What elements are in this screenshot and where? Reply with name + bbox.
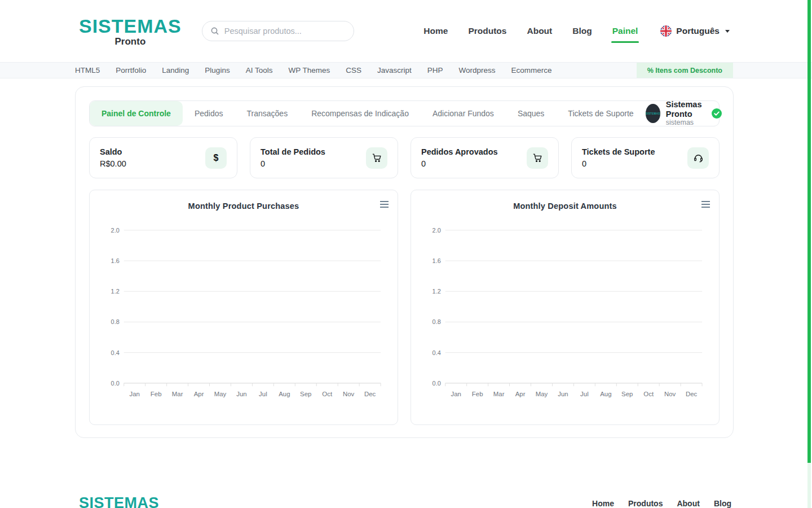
tab-saques[interactable]: Saques <box>506 101 556 126</box>
tab-recompensas-de-indica-o[interactable]: Recompensas de Indicação <box>299 101 421 126</box>
site-footer: SISTEMAS HomeProdutosAboutBlog <box>0 494 812 508</box>
nav-link-about[interactable]: About <box>527 26 552 36</box>
user-name: Sistemas Pronto <box>666 100 706 119</box>
svg-text:Aug: Aug <box>600 391 611 397</box>
stat-card-total-de-pedidos: Total de Pedidos0 <box>250 137 398 178</box>
svg-text:0.4: 0.4 <box>111 349 120 356</box>
tab-adicionar-fundos[interactable]: Adicionar Fundos <box>421 101 506 126</box>
svg-text:Sep: Sep <box>300 391 311 397</box>
svg-text:Nov: Nov <box>343 391 355 397</box>
svg-text:Jul: Jul <box>259 391 267 397</box>
svg-text:0.0: 0.0 <box>111 380 120 387</box>
chart-card-monthly-product-purchases: Monthly Product Purchases0.00.40.81.21.6… <box>89 190 398 425</box>
dashboard-tabbar: Painel de ControlePedidosTransaçõesRecom… <box>89 100 720 126</box>
svg-text:2.0: 2.0 <box>111 227 120 234</box>
scrollbar-thumb[interactable] <box>807 0 811 463</box>
site-header: SISTEMAS Pronto HomeProdutosAboutBlogPai… <box>0 0 812 62</box>
svg-text:Jun: Jun <box>558 391 568 397</box>
language-switcher[interactable]: Português <box>660 25 730 37</box>
svg-text:0.8: 0.8 <box>433 318 441 325</box>
category-link-plugins[interactable]: Plugins <box>205 66 230 75</box>
nav-link-home[interactable]: Home <box>423 26 448 36</box>
dollar-icon: $ <box>205 147 227 169</box>
svg-text:May: May <box>214 391 227 397</box>
chart-title: Monthly Product Purchases <box>99 202 389 211</box>
main-content: Painel de ControlePedidosTransaçõesRecom… <box>0 86 812 438</box>
tab-tickets-de-suporte[interactable]: Tickets de Suporte <box>556 101 645 126</box>
stat-label: Tickets de Suporte <box>582 147 655 156</box>
stat-value: R$0.00 <box>100 159 126 168</box>
stat-card-tickets-de-suporte: Tickets de Suporte0 <box>571 137 720 178</box>
svg-text:0.4: 0.4 <box>433 349 441 356</box>
stat-label: Saldo <box>100 147 126 156</box>
footer-link-home[interactable]: Home <box>592 499 614 508</box>
svg-text:1.2: 1.2 <box>433 288 441 295</box>
category-link-javascript[interactable]: Javascript <box>377 66 412 75</box>
svg-text:Sep: Sep <box>621 391 633 397</box>
tab-pedidos[interactable]: Pedidos <box>183 101 235 126</box>
charts-row: Monthly Product Purchases0.00.40.81.21.6… <box>89 190 720 425</box>
category-link-ai-tools[interactable]: AI Tools <box>246 66 273 75</box>
svg-text:Aug: Aug <box>279 391 290 397</box>
svg-text:Jun: Jun <box>236 391 246 397</box>
category-nav: HTML5PorrtfolioLandingPluginsAI ToolsWP … <box>0 62 812 78</box>
svg-text:1.2: 1.2 <box>111 288 120 295</box>
nav-link-blog[interactable]: Blog <box>572 26 592 36</box>
stat-value: 0 <box>582 159 655 168</box>
svg-text:Dec: Dec <box>364 391 376 397</box>
uk-flag-icon <box>660 25 672 37</box>
svg-text:Nov: Nov <box>664 391 676 397</box>
category-link-porrtfolio[interactable]: Porrtfolio <box>116 66 146 75</box>
cart-icon <box>366 147 387 169</box>
user-handle: sistemas <box>666 119 706 126</box>
discount-badge[interactable]: % Itens com Desconto <box>637 63 733 78</box>
verified-check-icon <box>712 108 722 119</box>
svg-text:Oct: Oct <box>643 391 654 397</box>
category-link-html5[interactable]: HTML5 <box>75 66 100 75</box>
cart-icon <box>527 147 548 169</box>
category-link-wordpress[interactable]: Wordpress <box>459 66 496 75</box>
user-chip[interactable]: SISTEMAS Sistemas Pronto sistemas <box>646 100 729 127</box>
brand-logo[interactable]: SISTEMAS Pronto <box>79 16 182 46</box>
tab-painel-de-controle[interactable]: Painel de Controle <box>90 101 183 126</box>
svg-text:0.8: 0.8 <box>111 318 120 325</box>
chart-card-monthly-deposit-amounts: Monthly Deposit Amounts0.00.40.81.21.62.… <box>411 190 720 425</box>
svg-text:Apr: Apr <box>194 391 204 397</box>
chevron-down-icon <box>725 30 730 33</box>
category-items: HTML5PorrtfolioLandingPluginsAI ToolsWP … <box>75 63 552 78</box>
svg-text:1.6: 1.6 <box>111 257 120 264</box>
category-link-ecommerce[interactable]: Ecommerce <box>511 66 552 75</box>
avatar: SISTEMAS <box>646 104 660 123</box>
search-input[interactable] <box>224 27 346 36</box>
nav-link-painel[interactable]: Painel <box>612 26 638 36</box>
svg-text:Oct: Oct <box>322 391 333 397</box>
stat-label: Pedidos Aprovados <box>421 147 498 156</box>
svg-text:2.0: 2.0 <box>433 227 441 234</box>
chart-menu-icon[interactable] <box>698 199 710 209</box>
stat-card-saldo: SaldoR$0.00$ <box>89 137 237 178</box>
svg-text:Jan: Jan <box>451 391 461 397</box>
footer-link-blog[interactable]: Blog <box>714 499 731 508</box>
nav-link-produtos[interactable]: Produtos <box>468 26 506 36</box>
stat-value: 0 <box>261 159 325 168</box>
category-link-landing[interactable]: Landing <box>162 66 189 75</box>
product-search[interactable] <box>202 21 354 41</box>
tab-transa-es[interactable]: Transações <box>235 101 300 126</box>
footer-link-produtos[interactable]: Produtos <box>628 499 663 508</box>
svg-text:Jul: Jul <box>580 391 589 397</box>
scrollbar-track[interactable] <box>807 0 811 508</box>
svg-text:Feb: Feb <box>472 391 483 397</box>
dashboard-panel-card: Painel de ControlePedidosTransaçõesRecom… <box>75 86 734 438</box>
chart-menu-icon[interactable] <box>376 199 389 209</box>
svg-text:Mar: Mar <box>493 391 505 397</box>
footer-link-about[interactable]: About <box>677 499 699 508</box>
stat-value: 0 <box>421 159 498 168</box>
primary-nav: HomeProdutosAboutBlogPainel <box>423 26 638 36</box>
category-link-php[interactable]: PHP <box>427 66 443 75</box>
svg-text:May: May <box>536 391 548 397</box>
svg-text:Mar: Mar <box>172 391 183 397</box>
category-link-css[interactable]: CSS <box>346 66 361 75</box>
category-link-wp-themes[interactable]: WP Themes <box>288 66 330 75</box>
footer-logo[interactable]: SISTEMAS <box>79 494 159 508</box>
chart-plot-area: 0.00.40.81.21.62.0JanFebMarAprMayJunJulA… <box>99 220 389 406</box>
